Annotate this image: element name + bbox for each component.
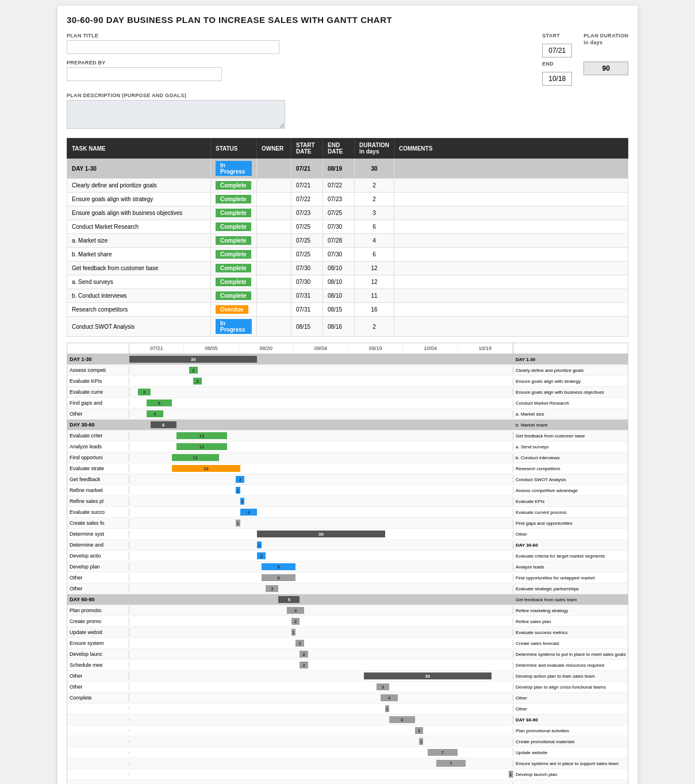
status-badge: Complete	[216, 264, 251, 272]
start-date-cell: 07/30	[291, 262, 323, 275]
gantt-task-name: Create promo	[67, 617, 129, 625]
gantt-task-name	[67, 708, 129, 710]
task-name-cell: Ensure goals align with strategy	[67, 193, 211, 206]
status-badge: In Progress	[216, 319, 252, 334]
comments-cell	[394, 262, 628, 275]
col-end: END DATE	[323, 139, 355, 159]
status-cell: Complete	[211, 248, 257, 262]
gantt-chart-area: 12	[129, 441, 513, 452]
gantt-task-name: Evaluate succo	[67, 508, 129, 516]
gantt-legend-item: Evaluate current process	[513, 509, 628, 516]
start-date-cell: 07/21	[291, 159, 323, 179]
duration-cell: 3	[355, 206, 394, 220]
gantt-chart-area: 2	[129, 551, 513, 561]
table-row: Ensure goals align with strategy Complet…	[67, 193, 628, 206]
gantt-legend-item: Determine and evaluate resources require…	[513, 662, 628, 669]
gantt-chart-area: 16	[129, 463, 513, 474]
gantt-bar: 3	[138, 389, 151, 395]
start-date-cell: 07/21	[291, 179, 323, 193]
gantt-chart-area: 2	[129, 660, 513, 670]
gantt-bar: 3	[377, 683, 389, 690]
gantt-chart-area: 3	[129, 387, 513, 397]
gantt-chart-area: 1	[129, 627, 513, 637]
gantt-bar: 1	[236, 520, 240, 526]
gantt-task-name: Evaluate curre	[67, 388, 129, 396]
duration-value[interactable]: 90	[583, 62, 628, 75]
gantt-bar: 2	[236, 476, 244, 483]
gantt-bar: 4	[381, 694, 398, 701]
gantt-bar: 1	[291, 629, 295, 636]
gantt-chart-area	[129, 780, 513, 784]
col-start: START DATE	[291, 139, 323, 159]
gantt-row: 1Create promotional materials	[67, 736, 628, 747]
gantt-task-name: Refine sales pl	[67, 497, 129, 505]
comments-cell	[394, 248, 628, 262]
description-input[interactable]	[67, 100, 285, 129]
page-title: 30-60-90 DAY BUSINESS PLAN TO INCREASE S…	[67, 15, 628, 25]
gantt-task-name	[67, 762, 129, 764]
end-date-cell: 08/10	[323, 289, 355, 303]
gantt-bar: 30	[364, 672, 492, 679]
gantt-chart-area: 4	[129, 693, 513, 703]
gantt-chart-area: 4	[129, 409, 513, 419]
end-date-cell: 07/30	[323, 220, 355, 234]
gantt-task-name: Update websit	[67, 628, 129, 636]
gantt-row: Create sales fo1Find gaps and opportunit…	[67, 518, 628, 529]
gantt-legend-item: Evaluate KPIs	[513, 498, 628, 505]
gantt-chart-area: 8	[129, 562, 513, 572]
gantt-task-name: Get feedback	[67, 475, 129, 483]
gantt-task-name: Analyze leads	[67, 443, 129, 451]
gantt-task-name	[67, 718, 129, 721]
gantt-task-name: DAY 30-60	[67, 421, 129, 429]
gantt-row: Other4a. Market size	[67, 409, 628, 420]
description-label: PLAN DESCRIPTION (PURPOSE AND GOALS)	[67, 93, 628, 98]
table-row: Conduct SWOT Analysis In Progress 08/15 …	[67, 317, 628, 337]
gantt-task-name: Other	[67, 574, 129, 582]
status-cell: Complete	[211, 275, 257, 289]
gantt-date-label: 10/04	[403, 343, 458, 353]
gantt-row: Evaluate criter12Get feedback from custo…	[67, 431, 628, 441]
table-row: a. Send surveys Complete 07/30 08/10 12	[67, 275, 628, 289]
gantt-task-name: Find opportuni	[67, 454, 129, 462]
gantt-chart-area: 7	[129, 747, 513, 758]
gantt-wrapper: 07/2108/0508/2009/0409/1910/0410/19 DAY …	[67, 343, 628, 784]
gantt-row: Other3Evaluate strategic partnerships	[67, 583, 628, 594]
duration-cell: 30	[355, 159, 394, 179]
gantt-row: Schedule mee2Determine and evaluate reso…	[67, 660, 628, 671]
status-cell: Complete	[211, 289, 257, 303]
end-date-cell: 08/19	[323, 159, 355, 179]
start-date[interactable]: 07/21	[542, 44, 572, 57]
gantt-legend-item: Determine systems to put in place to mee…	[513, 651, 628, 658]
gantt-chart-area: 8	[129, 572, 513, 583]
gantt-rows: DAY 1-3030DAY 1-30Assess competi2Clearly…	[67, 354, 628, 784]
gantt-row: Develop launc2Determine systems to put i…	[67, 649, 628, 660]
duration-cell: 2	[355, 317, 394, 337]
gantt-bar: 6	[147, 399, 172, 406]
end-date-cell: 08/10	[323, 262, 355, 275]
end-date[interactable]: 10/18	[542, 72, 572, 86]
main-container: 30-60-90 DAY BUSINESS PLAN TO INCREASE S…	[57, 6, 638, 784]
gantt-bar: 5	[278, 596, 299, 603]
start-date-cell: 07/31	[291, 289, 323, 303]
gantt-legend-item: Assess competitive advantage	[513, 487, 628, 494]
gantt-row: Find opportuni11b. Conduct interviews	[67, 452, 628, 463]
duration-cell: 16	[355, 303, 394, 317]
gantt-task-name: Complete	[67, 694, 129, 702]
date-group: START 07/21 END 10/18	[542, 33, 572, 86]
duration-cell: 6	[355, 248, 394, 262]
gantt-chart-area: 1	[129, 736, 513, 747]
owner-cell	[257, 303, 291, 317]
status-badge: Complete	[216, 181, 251, 190]
gantt-bar: 2	[193, 378, 202, 385]
gantt-legend-item: Other	[513, 531, 628, 538]
gantt-task-name: Develop actio	[67, 552, 129, 560]
task-name-cell: a. Send surveys	[67, 275, 211, 289]
gantt-date-label: 07/21	[129, 343, 184, 353]
gantt-chart-area: 3	[129, 583, 513, 594]
plan-title-input[interactable]	[67, 40, 279, 54]
gantt-bar: 30	[257, 531, 385, 537]
owner-cell	[257, 159, 291, 179]
gantt-legend-item: Conduct Market Research	[513, 399, 628, 407]
task-name-cell: Clearly define and prioritize goals	[67, 179, 211, 193]
prepared-by-input[interactable]	[67, 67, 222, 81]
